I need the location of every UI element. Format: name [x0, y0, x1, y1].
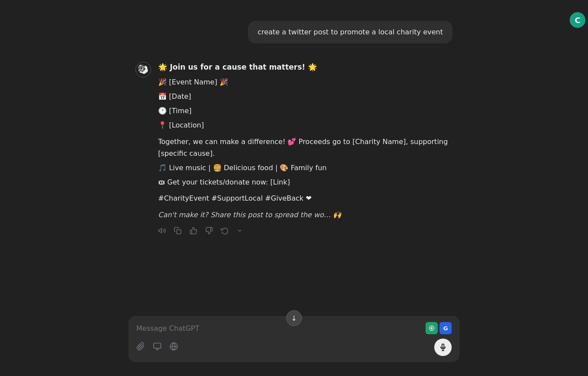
input-bottom-left-icons	[136, 342, 178, 353]
scroll-down-icon: ↓	[291, 314, 297, 322]
svg-marker-0	[159, 228, 162, 233]
response-line9: #CharityEvent #SupportLocal #GiveBack ❤️	[158, 192, 453, 204]
web-button[interactable]	[169, 342, 178, 353]
response-line7: 🎵 Live music | 🍔 Delicious food | 🎨 Fami…	[158, 162, 453, 174]
regenerate-button[interactable]	[221, 227, 229, 235]
svg-rect-1	[177, 230, 181, 234]
thumbs-down-button[interactable]	[205, 227, 213, 235]
response-line10: Can't make it? Share this post to spread…	[158, 209, 453, 221]
thumbs-up-button[interactable]	[189, 227, 197, 235]
chat-container: create a twitter post to promote a local…	[0, 0, 588, 376]
svg-point-3	[431, 327, 433, 329]
input-right-icons: G	[426, 322, 452, 334]
browse-button[interactable]	[153, 342, 162, 353]
user-message: create a twitter post to promote a local…	[135, 21, 453, 44]
grammarly-g-button[interactable]: G	[439, 322, 452, 334]
assistant-avatar	[135, 62, 151, 77]
chatgpt-logo-button[interactable]: C	[570, 12, 585, 28]
assistant-message: 🌟 Join us for a cause that matters! 🌟 🎉 …	[135, 61, 453, 235]
assistant-message-wrapper: 🌟 Join us for a cause that matters! 🌟 🎉 …	[128, 57, 460, 245]
response-line1: 🌟 Join us for a cause that matters! 🌟	[158, 61, 453, 74]
response-line5: 📍 [Location]	[158, 119, 453, 131]
user-bubble: create a twitter post to promote a local…	[248, 21, 453, 44]
user-message-wrapper: create a twitter post to promote a local…	[128, 9, 460, 57]
action-icons-row	[158, 227, 453, 235]
copy-button[interactable]	[174, 227, 182, 235]
response-line8: 🎟 Get your tickets/donate now: [Link]	[158, 176, 453, 188]
response-line6: Together, we can make a difference! 💕 Pr…	[158, 136, 453, 159]
input-bottom-row	[136, 339, 452, 356]
voice-button[interactable]	[434, 339, 452, 356]
user-message-text: create a twitter post to promote a local…	[257, 28, 443, 36]
read-aloud-button[interactable]	[158, 227, 166, 235]
message-input[interactable]	[136, 324, 426, 332]
svg-rect-4	[154, 343, 161, 348]
scroll-down-button[interactable]: ↓	[286, 310, 302, 326]
grammarly-dot-button[interactable]	[426, 322, 438, 334]
grammarly-icons: G	[426, 322, 452, 334]
right-panel: C	[567, 0, 588, 376]
assistant-content: 🌟 Join us for a cause that matters! 🌟 🎉 …	[158, 61, 453, 235]
attach-button[interactable]	[136, 342, 145, 353]
svg-rect-9	[442, 344, 444, 348]
response-line2: 🎉 [Event Name] 🎉	[158, 76, 453, 88]
response-line3: 📅 [Date]	[158, 91, 453, 102]
more-options-button[interactable]	[237, 228, 243, 234]
response-line4: 🕐 [Time]	[158, 105, 453, 117]
